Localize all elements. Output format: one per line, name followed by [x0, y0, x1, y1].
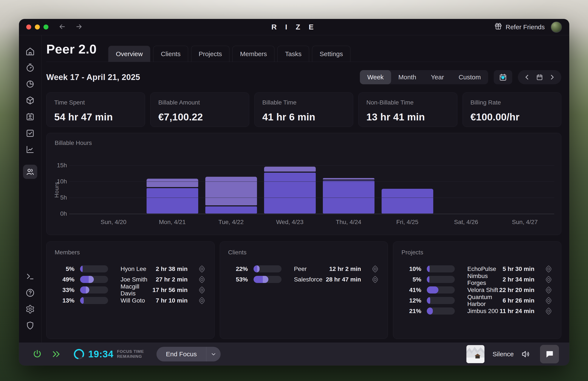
bar-Fri, 4/25[interactable]	[382, 189, 433, 214]
shield-icon[interactable]	[23, 318, 37, 333]
pie-chart-icon[interactable]	[23, 77, 37, 91]
zoom-window-button[interactable]	[43, 24, 48, 29]
visibility-eye-icon[interactable]	[544, 265, 553, 273]
time-value: 6 hr 26 min	[503, 297, 534, 304]
percent-value: 10%	[401, 266, 421, 272]
bar-Tue, 4/22[interactable]	[205, 177, 257, 214]
progress-fill	[80, 265, 83, 272]
visibility-eye-icon[interactable]	[544, 275, 553, 284]
percent-value: 13%	[55, 297, 74, 304]
previous-period-button[interactable]	[521, 70, 533, 84]
minimize-window-button[interactable]	[35, 24, 40, 29]
focus-timer: 19:34	[88, 349, 114, 360]
help-icon[interactable]	[23, 286, 37, 300]
terminal-icon[interactable]	[23, 269, 37, 284]
chart-slot	[260, 165, 319, 214]
home-icon[interactable]	[23, 44, 37, 58]
next-period-button[interactable]	[546, 70, 558, 84]
soundscape-thumbnail[interactable]	[466, 345, 484, 363]
soundscape-label: Silence	[493, 350, 514, 358]
percent-value: 49%	[55, 276, 74, 283]
tab-clients[interactable]: Clients	[153, 46, 188, 62]
visibility-eye-icon[interactable]	[544, 296, 553, 305]
chart-plot: 15h10h5h0h	[84, 165, 554, 214]
progress-fill	[80, 286, 89, 293]
back-arrow-icon[interactable]	[58, 23, 66, 31]
gift-icon	[494, 22, 502, 32]
contact-card-icon[interactable]	[23, 110, 37, 124]
traffic-lights	[26, 24, 48, 29]
chart-slot	[84, 165, 143, 214]
chat-bubble-button[interactable]	[540, 345, 559, 363]
visibility-eye-icon[interactable]	[371, 275, 379, 284]
visibility-eye-icon[interactable]	[371, 265, 379, 273]
x-axis-label: Sun, 4/27	[495, 219, 554, 226]
visibility-eye-icon[interactable]	[198, 286, 206, 294]
tabs: OverviewClientsProjectsMembersTasksSetti…	[108, 46, 350, 62]
progress-fill	[253, 265, 260, 272]
tab-tasks[interactable]: Tasks	[277, 46, 309, 62]
bar-segment-light	[264, 167, 316, 171]
progress-fill	[427, 307, 433, 315]
members-row: 5%Hyon Lee2 hr 38 min	[55, 264, 206, 274]
range-option-month[interactable]: Month	[391, 70, 423, 84]
y-axis-tick: 0h	[50, 210, 67, 217]
visibility-eye-icon[interactable]	[198, 275, 206, 284]
app-brand: R I Z E	[19, 23, 569, 31]
tab-settings[interactable]: Settings	[312, 46, 350, 62]
members-name: Will Goto	[121, 297, 156, 304]
tab-overview[interactable]: Overview	[108, 46, 150, 62]
visibility-eye-icon[interactable]	[544, 286, 553, 294]
cube-icon[interactable]	[23, 93, 37, 108]
bar-Mon, 4/21[interactable]	[147, 179, 198, 214]
visibility-eye-icon[interactable]	[544, 307, 553, 315]
visibility-eye-icon[interactable]	[198, 265, 206, 273]
members-name: Joe Smith	[121, 276, 156, 283]
chat-bubble-icon	[545, 350, 554, 359]
team-icon[interactable]	[23, 165, 37, 179]
x-axis-label: Thu, 4/24	[319, 219, 378, 226]
progress-pill	[253, 276, 281, 283]
speaker-icon[interactable]	[521, 349, 530, 359]
tab-members[interactable]: Members	[232, 46, 274, 62]
refer-friends-button[interactable]: Refer Friends	[494, 22, 545, 32]
end-focus-menu-button[interactable]	[206, 347, 221, 362]
progress-fill	[427, 276, 429, 283]
progress-pill	[253, 265, 281, 272]
y-axis-tick: 5h	[50, 194, 67, 201]
visibility-eye-icon[interactable]	[198, 296, 206, 305]
power-icon[interactable]	[32, 349, 42, 359]
progress-pill	[80, 276, 108, 283]
bar-Thu, 4/24[interactable]	[323, 178, 375, 214]
line-chart-icon[interactable]	[23, 142, 37, 156]
tasks-check-icon[interactable]	[23, 126, 37, 140]
calendar-notification-button[interactable]	[494, 70, 512, 84]
progress-fill	[427, 265, 430, 272]
forward-arrow-icon[interactable]	[75, 23, 83, 31]
progress-pill	[427, 307, 455, 315]
projects-name: Jimbus 200	[467, 308, 500, 315]
percent-value: 22%	[228, 266, 248, 272]
progress-pill	[80, 286, 108, 293]
calendar-icon	[536, 74, 543, 81]
time-value: 27 hr 2 min	[156, 276, 188, 283]
bar-Wed, 4/23[interactable]	[264, 167, 316, 213]
range-option-week[interactable]: Week	[360, 70, 391, 84]
date-picker-button[interactable]	[533, 70, 546, 84]
tab-projects[interactable]: Projects	[191, 46, 230, 62]
time-value: 11 hr 24 min	[500, 308, 534, 315]
timer-icon[interactable]	[23, 61, 37, 75]
range-option-custom[interactable]: Custom	[451, 70, 488, 84]
skip-forward-icon[interactable]	[51, 349, 61, 359]
projects-name: Velora Shift	[467, 286, 499, 293]
end-focus-button[interactable]: End Focus	[156, 347, 206, 362]
user-avatar[interactable]	[551, 21, 562, 33]
stat-label: Billable Amount	[158, 99, 241, 106]
close-window-button[interactable]	[26, 24, 31, 29]
range-option-year[interactable]: Year	[423, 70, 451, 84]
focus-progress-ring	[73, 348, 85, 360]
time-value: 7 hr 10 min	[156, 297, 188, 304]
x-axis-label: Sun, 4/20	[84, 219, 143, 226]
settings-gear-icon[interactable]	[23, 302, 37, 316]
progress-fill	[80, 297, 84, 304]
